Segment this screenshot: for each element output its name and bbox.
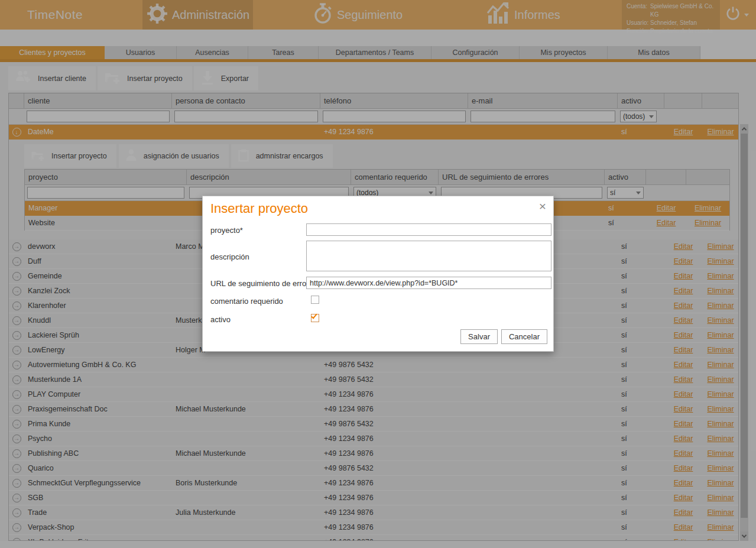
activo-checkbox[interactable] — [311, 314, 319, 322]
descripcion-label: descripción — [210, 252, 249, 261]
comentario-requerido-label: comentario requerido — [210, 297, 283, 306]
url-input[interactable] — [306, 277, 551, 289]
proyecto-label: proyecto* — [210, 226, 243, 235]
proyecto-input[interactable] — [306, 223, 551, 236]
cancel-button[interactable]: Cancelar — [501, 329, 547, 344]
url-label: URL de seguimiento de errores — [210, 279, 317, 288]
activo-label: activo — [210, 315, 231, 324]
insert-project-dialog: Insertar proyecto × proyecto* descripció… — [202, 196, 554, 352]
check-icon — [311, 313, 317, 319]
descripcion-textarea[interactable] — [306, 241, 551, 271]
dialog-title: Insertar proyecto — [210, 201, 308, 216]
comentario-requerido-checkbox[interactable] — [311, 296, 319, 304]
save-button[interactable]: Salvar — [460, 329, 498, 344]
close-icon[interactable]: × — [539, 200, 546, 212]
